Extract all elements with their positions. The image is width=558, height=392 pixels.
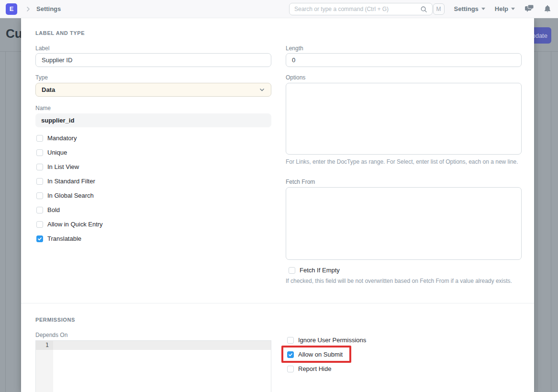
checkbox-label: Allow on Submit (298, 351, 343, 358)
search-icon (420, 6, 427, 13)
checkbox-box[interactable] (36, 178, 43, 185)
options-textarea[interactable] (286, 83, 522, 155)
checkbox-fetch-if-empty[interactable]: Fetch If Empty (289, 267, 340, 274)
type-select-value: Data (42, 86, 55, 93)
checkbox-box-checked[interactable] (287, 351, 294, 358)
checkbox-label: Fetch If Empty (300, 267, 340, 274)
breadcrumb[interactable]: Settings (36, 5, 61, 12)
type-field-label: Type (35, 74, 48, 81)
checkbox-box[interactable] (287, 337, 294, 344)
caret-down-icon (481, 8, 485, 10)
notifications-bell-icon[interactable] (544, 5, 551, 13)
length-input[interactable] (286, 53, 522, 67)
checkbox-ignore-user-permissions[interactable]: Ignore User Permissions (287, 336, 366, 344)
user-avatar[interactable]: M (433, 3, 445, 15)
settings-menu[interactable]: Settings (454, 5, 485, 12)
checkbox-in-list-view[interactable]: In List View (36, 163, 79, 170)
checkbox-box[interactable] (36, 221, 43, 228)
checkbox-report-hide[interactable]: Report Hide (287, 365, 331, 372)
checkbox-box[interactable] (36, 164, 43, 170)
checkbox-in-global-search[interactable]: In Global Search (36, 192, 94, 199)
fetch-from-textarea[interactable] (286, 187, 522, 260)
section-divider (21, 303, 534, 303)
checkbox-box-checked[interactable] (36, 235, 43, 242)
depends-on-code-editor[interactable]: 1 (35, 340, 271, 392)
navbar: E Settings M Settings Help (0, 0, 558, 18)
options-help-text: For Links, enter the DocType as range. F… (286, 157, 520, 167)
screen: E Settings M Settings Help (0, 0, 558, 392)
help-menu-label: Help (495, 5, 508, 12)
depends-on-field-label: Depends On (35, 332, 67, 338)
checkbox-label: Translatable (47, 235, 81, 242)
search-input[interactable] (294, 6, 420, 12)
checkbox-box[interactable] (36, 149, 43, 156)
fetch-from-field-label: Fetch From (286, 179, 315, 185)
checkbox-in-standard-filter[interactable]: In Standard Filter (36, 178, 95, 185)
section-heading-permissions: PERMISSIONS (35, 317, 75, 323)
caret-down-icon (511, 8, 515, 10)
checkbox-label: Unique (47, 149, 67, 156)
checkbox-box[interactable] (287, 366, 294, 372)
type-select[interactable]: Data (35, 83, 271, 97)
chat-icon[interactable] (525, 5, 534, 13)
length-field-label: Length (286, 45, 303, 52)
checkbox-box[interactable] (36, 192, 43, 199)
navbar-right: M Settings Help (433, 3, 551, 15)
checkbox-label: Allow in Quick Entry (47, 221, 103, 228)
checkbox-label: Report Hide (298, 365, 331, 372)
section-heading-label-and-type: LABEL AND TYPE (35, 30, 85, 36)
checkbox-label: In Global Search (47, 192, 94, 199)
checkbox-mandatory[interactable]: Mandatory (36, 134, 77, 142)
checkbox-box[interactable] (289, 267, 295, 274)
chevron-right-icon (25, 6, 32, 12)
checkbox-box[interactable] (36, 207, 43, 213)
checkbox-allow-in-quick-entry[interactable]: Allow in Quick Entry (36, 221, 103, 228)
options-field-label: Options (286, 74, 305, 81)
checkbox-label: In List View (47, 163, 79, 170)
label-field-label: Label (35, 45, 49, 52)
code-editor-line-number: 1 (36, 341, 53, 350)
checkbox-bold[interactable]: Bold (36, 206, 60, 213)
background-grid-line (537, 51, 537, 392)
label-input[interactable] (35, 53, 271, 67)
code-editor-active-line (53, 341, 271, 350)
checkbox-label: Bold (47, 206, 60, 213)
background-grid-line (5, 51, 6, 392)
fetch-if-empty-help-text: If checked, this field will be not overw… (286, 277, 520, 286)
settings-menu-label: Settings (454, 5, 479, 12)
global-search[interactable] (289, 3, 433, 15)
name-field-label: Name (35, 105, 51, 112)
checkbox-unique[interactable]: Unique (36, 149, 67, 156)
chevron-down-icon (259, 87, 265, 93)
checkbox-allow-on-submit[interactable]: Allow on Submit (287, 351, 343, 358)
checkbox-label: Ignore User Permissions (298, 336, 366, 344)
background-grid-line (551, 51, 551, 392)
checkbox-label: In Standard Filter (47, 178, 95, 185)
background-grid-line (534, 51, 558, 52)
field-edit-dialog: LABEL AND TYPE Label Type Data Name supp… (21, 18, 534, 392)
checkbox-box[interactable] (36, 135, 43, 142)
help-menu[interactable]: Help (495, 5, 515, 12)
background-grid-line (0, 51, 21, 52)
name-readonly-field: supplier_id (35, 113, 271, 127)
checkbox-label: Mandatory (47, 134, 77, 142)
checkbox-translatable[interactable]: Translatable (36, 235, 81, 242)
app-logo[interactable]: E (6, 3, 17, 15)
